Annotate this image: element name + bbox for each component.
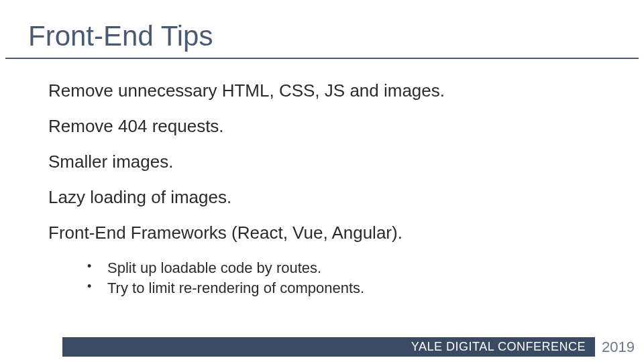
footer-year: 2019 <box>602 339 635 356</box>
sub-bullet-point: Try to limit re-rendering of components. <box>87 278 644 298</box>
sub-bullet-point: Split up loadable code by routes. <box>87 258 644 278</box>
footer-brand-bar: YALE DIGITAL CONFERENCE <box>62 337 595 357</box>
slide-footer: YALE DIGITAL CONFERENCE 2019 <box>62 337 635 357</box>
footer-brand-strong: YALE <box>411 340 443 353</box>
sub-bullet-list: Split up loadable code by routes. Try to… <box>87 258 644 298</box>
bullet-point: Smaller images. <box>48 152 644 172</box>
slide-title: Front-End Tips <box>0 0 644 58</box>
bullet-point: Front-End Frameworks (React, Vue, Angula… <box>48 223 644 243</box>
slide: Front-End Tips Remove unnecessary HTML, … <box>0 0 644 362</box>
bullet-point: Lazy loading of images. <box>48 187 644 208</box>
footer-brand-light: DIGITAL CONFERENCE <box>446 340 586 353</box>
bullet-point: Remove 404 requests. <box>48 116 644 137</box>
bullet-point: Remove unnecessary HTML, CSS, JS and ima… <box>48 80 644 101</box>
slide-content: Remove unnecessary HTML, CSS, JS and ima… <box>0 59 644 298</box>
